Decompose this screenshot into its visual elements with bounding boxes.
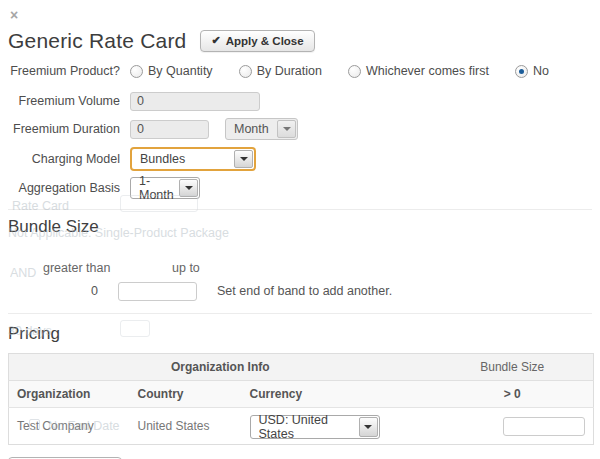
bundle-subheader: > 0 (432, 381, 594, 408)
table-row: Test Company United States USD: United S… (9, 408, 594, 445)
bundle-size-heading: Bundle Size (8, 217, 592, 237)
freemium-duration-label: Freemium Duration (8, 122, 120, 136)
bundle-price-input[interactable] (503, 417, 585, 436)
charging-model-select[interactable]: Bundles (130, 147, 256, 171)
organization-cell: Test Company (9, 408, 130, 445)
pricing-table: Organization Info Bundle Size Organizati… (8, 353, 594, 445)
check-icon: ✔ (211, 34, 220, 47)
country-cell: United States (130, 408, 242, 445)
duration-unit-value: Month (226, 119, 276, 139)
duration-unit-select: Month (225, 118, 298, 140)
rate-card-page: × Generic Rate Card ✔ Apply & Close Free… (0, 0, 600, 459)
section-divider (8, 209, 592, 210)
country-column-header: Country (130, 381, 242, 408)
up-to-input[interactable] (118, 282, 197, 301)
radio-whichever-first[interactable]: Whichever comes first (348, 64, 489, 78)
radio-by-duration-label: By Duration (257, 64, 322, 78)
aggregation-basis-value: 1-Month (131, 178, 178, 198)
freemium-product-row: Freemium Product? By Quantity By Duratio… (8, 63, 592, 79)
radio-no[interactable]: No (515, 64, 549, 78)
faded-rate-card-label: Rate Card (12, 199, 69, 213)
radio-icon[interactable] (515, 65, 528, 78)
page-title: Generic Rate Card (8, 29, 186, 53)
radio-icon[interactable] (239, 65, 252, 78)
bundle-band-row: 0 Set end of band to add another. (8, 281, 592, 301)
bundle-size-column-header: Bundle Size (432, 354, 594, 381)
up-to-header: up to (172, 261, 200, 275)
aggregation-basis-label: Aggregation Basis (8, 181, 120, 195)
freemium-product-label: Freemium Product? (8, 64, 120, 78)
chevron-down-icon[interactable] (359, 417, 378, 437)
close-icon[interactable]: × (10, 8, 24, 22)
freemium-volume-row: Freemium Volume (8, 91, 592, 111)
freemium-product-radio-group: By Quantity By Duration Whichever comes … (130, 64, 549, 78)
band-column-headers: greater than up to (8, 261, 592, 275)
greater-than-value: 0 (38, 284, 98, 298)
currency-column-header: Currency (242, 381, 432, 408)
organization-column-header: Organization (9, 381, 130, 408)
freemium-volume-input (130, 92, 260, 111)
radio-by-quantity-label: By Quantity (148, 64, 213, 78)
freemium-duration-input (130, 120, 209, 139)
section-divider (8, 313, 592, 314)
charging-model-value: Bundles (132, 149, 233, 169)
band-hint-text: Set end of band to add another. (217, 284, 392, 298)
currency-value: USD: United States (251, 416, 358, 438)
apply-close-label: Apply & Close (226, 35, 304, 47)
pricing-heading: Pricing (8, 324, 592, 344)
radio-icon[interactable] (130, 65, 143, 78)
chevron-down-icon (277, 120, 296, 138)
chevron-down-icon[interactable] (234, 150, 253, 168)
group-header-row: Organization Info Bundle Size (9, 354, 594, 381)
column-header-row: Organization Country Currency > 0 (9, 381, 594, 408)
title-row: Generic Rate Card ✔ Apply & Close (8, 28, 592, 54)
charging-model-label: Charging Model (8, 152, 120, 166)
aggregation-basis-row: Aggregation Basis 1-Month (8, 177, 592, 199)
charging-model-row: Charging Model Bundles (8, 147, 592, 171)
apply-close-button-top[interactable]: ✔ Apply & Close (200, 30, 314, 52)
organization-info-header: Organization Info (9, 354, 432, 381)
freemium-duration-row: Freemium Duration Month (8, 119, 592, 139)
currency-select[interactable]: USD: United States (250, 415, 380, 439)
chevron-down-icon[interactable] (179, 179, 198, 197)
aggregation-basis-select[interactable]: 1-Month (130, 177, 200, 199)
greater-than-header: greater than (43, 261, 110, 275)
radio-by-duration[interactable]: By Duration (239, 64, 322, 78)
radio-whichever-first-label: Whichever comes first (366, 64, 489, 78)
radio-icon[interactable] (348, 65, 361, 78)
radio-by-quantity[interactable]: By Quantity (130, 64, 213, 78)
radio-no-label: No (533, 64, 549, 78)
freemium-volume-label: Freemium Volume (8, 94, 120, 108)
